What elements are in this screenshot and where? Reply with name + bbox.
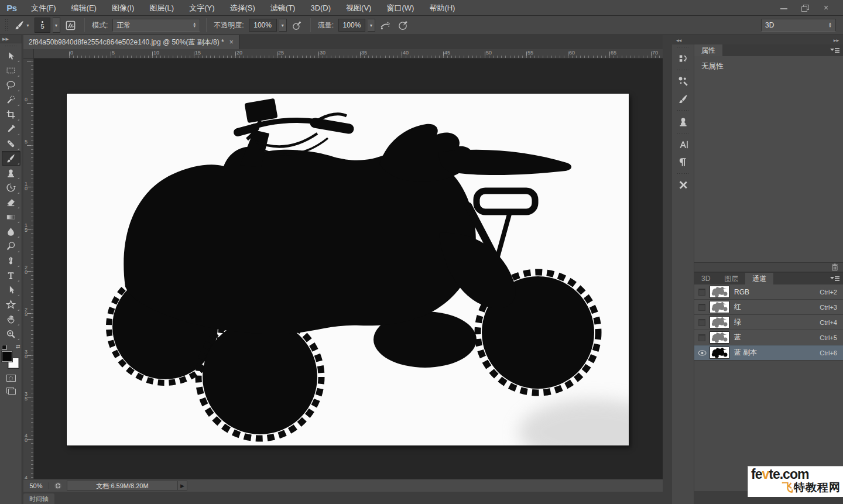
paragraph-panel-icon[interactable]	[674, 153, 693, 171]
airbrush-button[interactable]	[378, 18, 393, 33]
tab-channels[interactable]: 通道	[745, 273, 773, 284]
clone-source-icon[interactable]	[674, 113, 693, 131]
tool-dodge[interactable]	[2, 239, 20, 253]
history-panel-icon[interactable]	[674, 50, 693, 67]
separator	[206, 18, 207, 32]
tool-gradient[interactable]	[2, 210, 20, 224]
status-flyout-icon[interactable]: ▶	[178, 481, 187, 491]
opacity-dropdown[interactable]: ▼	[279, 19, 287, 32]
ruler-number: 65	[611, 50, 616, 56]
horizontal-ruler[interactable]: 0510152025303540455055606570	[34, 49, 663, 59]
channel-row-3[interactable]: 蓝Ctrl+5	[694, 330, 843, 345]
brush-presets-icon[interactable]	[674, 73, 693, 90]
visibility-toggle[interactable]	[694, 319, 710, 326]
tool-path-selection[interactable]	[2, 283, 20, 297]
menu-type[interactable]: 文字(Y)	[181, 0, 222, 15]
panel-menu-icon[interactable]	[830, 44, 843, 56]
document-tab[interactable]: 2f84a50b9840d8fe2554c864e502e140.jpg @ 5…	[23, 35, 239, 49]
tab-layers[interactable]: 图层	[717, 273, 745, 284]
collapse-right-icon[interactable]: ▶▶	[834, 38, 839, 42]
menu-file[interactable]: 文件(F)	[23, 0, 64, 15]
channel-row-4[interactable]: 蓝 副本Ctrl+6	[694, 345, 843, 361]
trash-icon[interactable]	[831, 263, 838, 271]
tool-spot-healing[interactable]	[2, 136, 20, 151]
flow-dropdown[interactable]: ▼	[368, 19, 375, 32]
channel-row-0[interactable]: RGBCtrl+2	[694, 284, 843, 300]
tool-rect-marquee[interactable]	[2, 63, 20, 78]
options-grip[interactable]	[5, 19, 8, 32]
close-window-icon[interactable]: ×	[822, 4, 830, 11]
separator	[310, 18, 311, 32]
blend-mode-select[interactable]: 正常 ▲▼	[112, 19, 200, 32]
brush-tool-preset-button[interactable]: ▼	[12, 18, 32, 33]
restore-icon[interactable]	[801, 4, 809, 11]
channel-row-1[interactable]: 红Ctrl+3	[694, 300, 843, 315]
character-panel-icon[interactable]	[674, 136, 693, 153]
timeline-tab[interactable]: 时间轴	[23, 493, 54, 504]
opacity-pressure-button[interactable]	[289, 18, 304, 33]
tool-eyedropper[interactable]	[2, 122, 20, 136]
foreground-color-swatch[interactable]	[2, 351, 12, 362]
tool-horizontal-type[interactable]	[2, 268, 20, 283]
tool-quick-selection[interactable]	[2, 92, 20, 107]
ruler-number: 0	[70, 50, 73, 56]
tool-custom-shape[interactable]	[2, 297, 20, 312]
screen-mode-button[interactable]	[2, 385, 20, 397]
ruler-number: 40	[403, 50, 409, 56]
size-pressure-button[interactable]	[395, 18, 410, 33]
menu-select[interactable]: 选择(S)	[222, 0, 262, 15]
ruler-number: 35	[25, 392, 28, 401]
workspace-select[interactable]: 3D ▲▼	[761, 19, 836, 32]
visibility-toggle[interactable]	[694, 304, 710, 311]
tool-bar: ▶▶ ⇄	[0, 35, 22, 504]
tool-eraser[interactable]	[2, 195, 20, 210]
canvas[interactable]	[67, 94, 629, 445]
tool-crop[interactable]	[2, 107, 20, 122]
canvas-viewport[interactable]	[34, 59, 663, 479]
menu-filter[interactable]: 滤镜(T)	[263, 0, 303, 15]
ruler-number: 70	[652, 50, 658, 56]
visibility-eye-icon[interactable]	[694, 350, 710, 356]
menu-window[interactable]: 窗口(W)	[379, 0, 422, 15]
tool-pen[interactable]	[2, 253, 20, 268]
zoom-level-field[interactable]: 50%	[23, 482, 49, 489]
visibility-toggle[interactable]	[694, 289, 710, 296]
visibility-toggle[interactable]	[694, 334, 710, 341]
menu-view[interactable]: 视图(V)	[338, 0, 379, 15]
brush-picker-dropdown[interactable]: ▼	[53, 18, 60, 33]
channel-row-2[interactable]: 绿Ctrl+4	[694, 315, 843, 330]
tool-zoom[interactable]	[2, 327, 20, 341]
tab-properties[interactable]: 属性	[694, 44, 722, 56]
quick-mask-button[interactable]	[2, 372, 20, 385]
swap-colors-icon[interactable]: ⇄	[16, 344, 20, 349]
flow-value[interactable]: 100%	[338, 19, 365, 32]
tool-lasso[interactable]	[2, 78, 20, 92]
opacity-value[interactable]: 100%	[249, 19, 277, 32]
default-colors-icon[interactable]	[2, 345, 7, 350]
tool-brush[interactable]	[2, 151, 20, 166]
menu-image[interactable]: 图像(I)	[104, 0, 142, 15]
tool-hand[interactable]	[2, 312, 20, 327]
menu-help[interactable]: 帮助(H)	[422, 0, 462, 15]
tool-blur[interactable]	[2, 224, 20, 239]
ruler-corner[interactable]	[23, 49, 34, 59]
opacity-label: 不透明度:	[214, 20, 244, 30]
collapse-left-icon[interactable]: ◀◀	[676, 38, 681, 42]
close-tab-icon[interactable]: ×	[229, 38, 234, 46]
toggle-brush-panel-button[interactable]	[63, 18, 78, 33]
expand-toolbar-icon[interactable]: ▶▶	[0, 35, 22, 43]
brushes-icon[interactable]	[674, 90, 693, 108]
minimize-icon[interactable]	[780, 4, 788, 11]
menu-layer[interactable]: 图层(L)	[142, 0, 181, 15]
panel-menu-icon[interactable]	[830, 273, 843, 284]
tool-history-brush[interactable]	[2, 180, 20, 195]
tool-presets-icon[interactable]	[674, 176, 693, 194]
tab-3d[interactable]: 3D	[694, 273, 717, 284]
vertical-ruler[interactable]: 051015202530354045	[23, 59, 34, 479]
channel-name: 蓝 副本	[734, 348, 757, 358]
brush-size-preview[interactable]: 5	[35, 18, 50, 33]
menu-threed[interactable]: 3D(D)	[303, 0, 338, 15]
tool-move[interactable]	[2, 49, 20, 63]
menu-edit[interactable]: 编辑(E)	[64, 0, 104, 15]
tool-clone-stamp[interactable]	[2, 166, 20, 180]
